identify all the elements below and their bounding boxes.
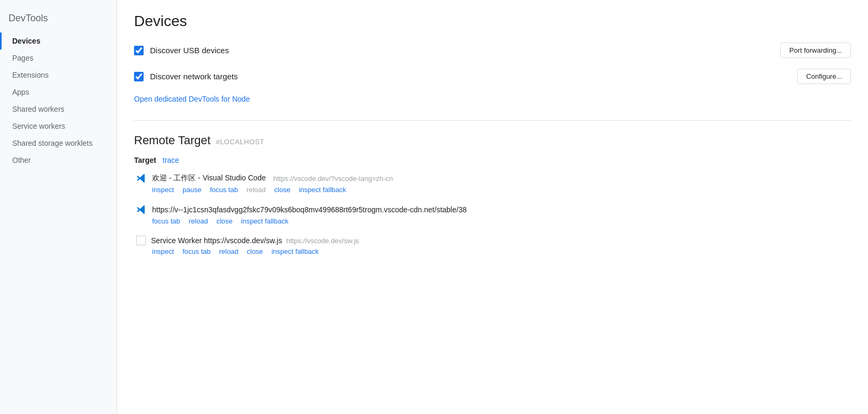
inspect-fallback-link-sw[interactable]: inspect fallback — [271, 247, 319, 255]
sidebar-item-label: Devices — [12, 37, 40, 45]
remote-target-section: Remote Target #LOCALHOST Target trace 欢迎… — [134, 134, 851, 255]
service-worker-icon — [136, 236, 146, 245]
target-item-service-worker: Service Worker https://vscode.dev/sw.js … — [134, 236, 851, 255]
sidebar-title: DevTools — [0, 9, 116, 32]
sidebar-item-label: Shared storage worklets — [12, 139, 93, 147]
sidebar-item-label: Pages — [12, 54, 34, 62]
remote-target-heading: Remote Target — [134, 134, 211, 147]
discover-network-label[interactable]: Discover network targets — [150, 72, 784, 81]
sidebar-item-label: Shared workers — [12, 105, 64, 113]
sidebar: DevTools Devices Pages Extensions Apps S… — [0, 0, 117, 414]
section-divider — [134, 120, 851, 121]
target-item-header-cdn: https://v--1jc1csn3qfasdvgg2fskc79v09ks6… — [136, 204, 851, 215]
sidebar-item-label: Extensions — [12, 71, 48, 79]
vscode-icon-cdn — [136, 204, 147, 215]
sidebar-item-devices[interactable]: Devices — [0, 32, 116, 49]
target-item-vscode-cdn: https://v--1jc1csn3qfasdvgg2fskc79v09ks6… — [134, 204, 851, 225]
port-forwarding-button[interactable]: Port forwarding... — [780, 43, 851, 58]
inspect-fallback-link-cdn[interactable]: inspect fallback — [241, 217, 288, 225]
target-url-sw: https://vscode.dev/sw.js — [286, 237, 359, 245]
sidebar-item-label: Other — [12, 156, 31, 164]
reload-link-sw[interactable]: reload — [219, 247, 238, 255]
target-url-vscode-main: https://vscode.dev/?vscode-lang=zh-cn — [273, 175, 393, 183]
sidebar-item-label: Service workers — [12, 122, 65, 130]
main-content: Devices Discover USB devices Port forwar… — [117, 0, 868, 414]
target-actions-cdn: focus tab reload close inspect fallback — [136, 217, 851, 225]
close-link-vscode-main[interactable]: close — [274, 186, 290, 194]
open-node-devtools-link[interactable]: Open dedicated DevTools for Node — [134, 95, 250, 103]
sidebar-item-apps[interactable]: Apps — [0, 84, 116, 101]
inspect-fallback-link-vscode-main[interactable]: inspect fallback — [299, 186, 346, 194]
inspect-link-sw[interactable]: inspect — [152, 247, 174, 255]
target-name-sw: Service Worker https://vscode.dev/sw.js … — [151, 236, 359, 245]
close-link-sw[interactable]: close — [247, 247, 263, 255]
sidebar-item-service-workers[interactable]: Service workers — [0, 118, 116, 135]
discover-network-checkbox[interactable] — [134, 72, 144, 81]
target-name-cdn: https://v--1jc1csn3qfasdvgg2fskc79v09ks6… — [152, 205, 466, 214]
inspect-link-vscode-main[interactable]: inspect — [152, 186, 174, 194]
sidebar-item-label: Apps — [12, 88, 29, 96]
target-header: Target trace — [134, 156, 851, 164]
focus-tab-link-cdn[interactable]: focus tab — [152, 217, 180, 225]
pause-link-vscode-main[interactable]: pause — [182, 186, 201, 194]
target-actions-sw: inspect focus tab reload close inspect f… — [136, 247, 851, 255]
page-title: Devices — [134, 13, 851, 30]
target-label: Target — [134, 156, 156, 164]
target-item-header-sw: Service Worker https://vscode.dev/sw.js … — [136, 236, 851, 245]
vscode-icon — [136, 173, 147, 184]
sidebar-item-other[interactable]: Other — [0, 152, 116, 169]
remote-target-title: Remote Target #LOCALHOST — [134, 134, 851, 147]
discover-network-row: Discover network targets Configure... — [134, 69, 851, 84]
trace-link[interactable]: trace — [163, 156, 179, 164]
sidebar-item-pages[interactable]: Pages — [0, 49, 116, 67]
target-name-vscode-main: 欢迎 - 工作区 - Visual Studio Code — [152, 173, 266, 183]
discover-usb-label[interactable]: Discover USB devices — [150, 46, 767, 55]
discover-usb-row: Discover USB devices Port forwarding... — [134, 43, 851, 58]
target-item-header: 欢迎 - 工作区 - Visual Studio Code https://vs… — [136, 173, 851, 184]
focus-tab-link-sw[interactable]: focus tab — [182, 247, 211, 255]
sidebar-item-shared-workers[interactable]: Shared workers — [0, 101, 116, 118]
reload-link-vscode-main: reload — [246, 186, 265, 194]
target-item-vscode-main: 欢迎 - 工作区 - Visual Studio Code https://vs… — [134, 173, 851, 194]
sidebar-item-extensions[interactable]: Extensions — [0, 67, 116, 84]
focus-tab-link-vscode-main[interactable]: focus tab — [210, 186, 238, 194]
target-actions-vscode-main: inspect pause focus tab reload close ins… — [136, 186, 851, 194]
close-link-cdn[interactable]: close — [216, 217, 232, 225]
sidebar-item-shared-storage[interactable]: Shared storage worklets — [0, 135, 116, 152]
discover-usb-checkbox[interactable] — [134, 46, 144, 55]
remote-target-subtitle: #LOCALHOST — [216, 138, 264, 146]
configure-button[interactable]: Configure... — [797, 69, 851, 84]
reload-link-cdn[interactable]: reload — [189, 217, 208, 225]
